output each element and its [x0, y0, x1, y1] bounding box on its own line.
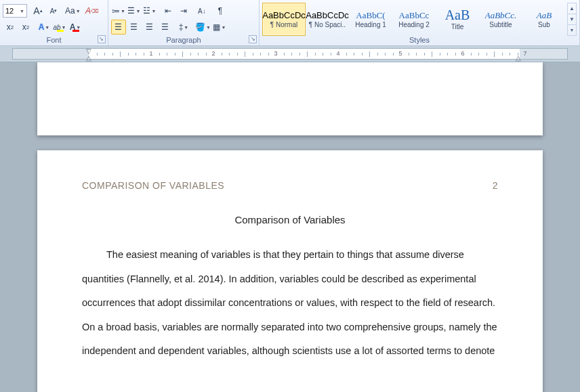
clear-formatting-button[interactable]: A⌫ [85, 3, 100, 18]
grow-font-button[interactable]: A▴ [30, 3, 45, 18]
multilevel-list-button[interactable]: ☳▼ [142, 3, 157, 18]
align-left-icon: ☰ [115, 22, 122, 32]
style-name-label: Heading 1 [355, 21, 386, 28]
font-size-selector[interactable]: 12 ▼ [3, 4, 27, 18]
increase-indent-button[interactable]: ⇥ [176, 3, 191, 18]
font-size-value: 12 [5, 7, 14, 15]
align-left-button[interactable]: ☰ [111, 20, 126, 35]
change-case-icon: Aa [65, 6, 75, 16]
hanging-indent-marker[interactable]: △ [86, 54, 91, 62]
group-styles: AaBbCcDc¶ NormalAaBbCcDc¶ No Spaci..AaBb… [260, 0, 580, 45]
shrink-font-button[interactable]: A▾ [46, 3, 61, 18]
page-header: COMPARISON OF VARIABLES 2 [82, 180, 498, 191]
indent-icon: ⇥ [180, 6, 187, 16]
style-item--no-spaci-[interactable]: AaBbCcDc¶ No Spaci.. [306, 3, 349, 36]
show-marks-button[interactable]: ¶ [213, 3, 228, 18]
gallery-more[interactable]: ▾ [568, 24, 576, 35]
shading-button[interactable]: 🪣▼ [194, 20, 211, 35]
style-name-label: Heading 2 [398, 21, 430, 28]
decrease-indent-button[interactable]: ⇤ [161, 3, 175, 18]
justify-button[interactable]: ☰ [158, 20, 173, 35]
style-item-title[interactable]: AaBTitle [436, 3, 479, 36]
borders-button[interactable]: ▦▼ [212, 20, 227, 35]
ruler-number: 1 [149, 50, 152, 57]
multilevel-icon: ☳ [143, 6, 150, 16]
ruler-number: 3 [274, 50, 277, 57]
text-effects-button[interactable]: A▼ [37, 20, 51, 35]
bullets-icon: ≔ [112, 6, 120, 16]
ruler-number: 5 [398, 50, 402, 57]
numbering-icon: ☰ [127, 6, 135, 16]
numbering-button[interactable]: ☰▼ [127, 3, 142, 18]
style-item-sub[interactable]: AaBSub [522, 3, 566, 36]
change-case-button[interactable]: Aa▼ [64, 3, 81, 18]
style-preview: AaBbCc. [485, 11, 517, 20]
previous-page-bottom[interactable] [37, 62, 543, 135]
gallery-up[interactable]: ▲ [568, 3, 576, 14]
style-name-label: Title [451, 23, 464, 30]
sort-button[interactable]: A↓ [194, 3, 209, 18]
group-label-styles: Styles [262, 36, 577, 45]
style-preview: AaB [445, 8, 470, 22]
style-preview: AaBbCcDc [306, 11, 349, 20]
group-paragraph: ≔▼ ☰▼ ☳▼ ⇤ ⇥ A↓ ¶ ☰ ☰ ☰ ☰ ‡▼ 🪣▼ ▦▼ [108, 0, 260, 45]
line-spacing-button[interactable]: ‡▼ [176, 20, 191, 35]
styles-gallery: AaBbCcDc¶ NormalAaBbCcDc¶ No Spaci..AaBb… [262, 3, 577, 36]
eraser-icon: A [85, 6, 91, 16]
header-left: COMPARISON OF VARIABLES [82, 180, 224, 191]
document-title: Comparison of Variables [82, 214, 498, 225]
pilcrow-icon: ¶ [218, 6, 222, 16]
ribbon: 12 ▼ A▴ A▾ Aa▼ A⌫ x2 x2 A▼ ab▼ A▼ Font [0, 0, 580, 46]
line-spacing-icon: ‡ [179, 22, 184, 32]
horizontal-ruler[interactable]: ▽ △ △ 1234567 [12, 48, 568, 60]
style-preview: AaBbCc [399, 11, 430, 20]
ruler-number: 6 [461, 50, 464, 57]
bullets-button[interactable]: ≔▼ [111, 3, 126, 18]
subscript-button[interactable]: x2 [3, 20, 18, 35]
paint-bucket-icon: 🪣 [195, 22, 205, 32]
document-area: COMPARISON OF VARIABLES 2 Comparison of … [0, 62, 580, 392]
style-preview: AaB [537, 11, 552, 20]
ruler-number: 4 [336, 50, 339, 57]
style-item-heading-2[interactable]: AaBbCcHeading 2 [392, 3, 436, 36]
style-preview: AaBbC( [356, 11, 385, 20]
dropdown-icon: ▼ [19, 9, 24, 14]
style-item-heading-1[interactable]: AaBbC(Heading 1 [349, 3, 392, 36]
highlight-color-button[interactable]: ab▼ [52, 20, 67, 35]
document-body-paragraph: The easiest meaning of variables is that… [82, 243, 498, 364]
style-preview: AaBbCcDc [262, 11, 306, 20]
document-page[interactable]: COMPARISON OF VARIABLES 2 Comparison of … [37, 150, 543, 392]
font-dialog-launcher[interactable]: ↘ [98, 35, 106, 43]
align-right-button[interactable]: ☰ [142, 20, 157, 35]
grow-font-icon: A [33, 5, 39, 16]
borders-icon: ▦ [213, 22, 220, 32]
group-label-font: Font [3, 36, 105, 45]
sort-icon: A↓ [198, 7, 206, 15]
style-name-label: Sub [538, 21, 550, 28]
superscript-button[interactable]: x2 [18, 20, 33, 35]
style-item--normal[interactable]: AaBbCcDc¶ Normal [262, 3, 306, 36]
ruler-area: ▽ △ △ 1234567 [0, 46, 580, 62]
header-page-number: 2 [493, 180, 498, 191]
style-name-label: Subtitle [489, 21, 512, 28]
text-effects-icon: A [39, 22, 45, 32]
paragraph-dialog-launcher[interactable]: ↘ [249, 35, 257, 43]
style-name-label: ¶ No Spaci.. [309, 21, 346, 28]
group-font: 12 ▼ A▴ A▾ Aa▼ A⌫ x2 x2 A▼ ab▼ A▼ Font [0, 0, 108, 45]
gallery-down[interactable]: ▼ [568, 14, 576, 24]
styles-gallery-nav: ▲▼▾ [567, 3, 577, 36]
style-item-subtitle[interactable]: AaBbCc.Subtitle [479, 3, 522, 36]
font-color-button[interactable]: A▼ [68, 20, 83, 35]
ruler-number: 2 [211, 50, 215, 57]
align-center-button[interactable]: ☰ [127, 20, 142, 35]
justify-icon: ☰ [161, 22, 169, 32]
shrink-font-icon: A [50, 7, 55, 15]
right-indent-marker[interactable]: △ [516, 54, 521, 62]
align-right-icon: ☰ [146, 22, 153, 32]
align-center-icon: ☰ [130, 22, 138, 32]
group-label-paragraph: Paragraph [111, 36, 256, 45]
outdent-icon: ⇤ [165, 6, 171, 16]
ruler-number: 7 [523, 50, 526, 57]
style-name-label: ¶ Normal [270, 21, 297, 28]
